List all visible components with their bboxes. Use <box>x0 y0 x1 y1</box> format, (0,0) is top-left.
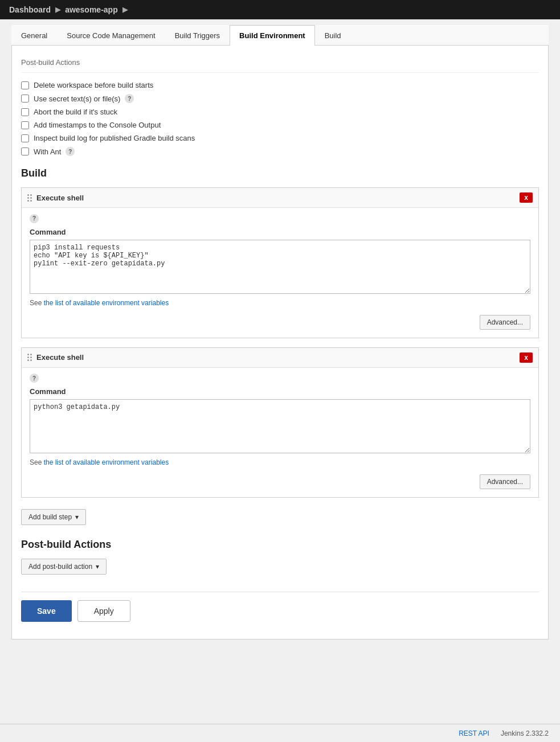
advanced-button-2[interactable]: Advanced... <box>480 474 530 489</box>
checkbox-label-4: Add timestamps to the Console Output <box>34 121 161 129</box>
build-step-2-title: Execute shell <box>36 353 84 362</box>
env-link-prefix-2: See <box>30 458 44 466</box>
checkbox-group: Delete workspace before build starts Use… <box>21 81 539 156</box>
delete-step-1-button[interactable]: x <box>520 192 533 203</box>
checkbox-label-3: Abort the build if it's stuck <box>34 108 117 116</box>
add-postbuild-arrow: ▾ <box>96 563 99 571</box>
topbar: Dashboard ▶ awesome-app ▶ <box>0 0 560 19</box>
add-build-step-label: Add build step <box>28 513 72 521</box>
post-build-section-title: Post-build Actions <box>21 539 539 551</box>
checkbox-row-1: Delete workspace before build starts <box>21 81 539 89</box>
checkbox-abort-stuck[interactable] <box>21 108 29 116</box>
tab-general[interactable]: General <box>11 25 57 46</box>
save-button[interactable]: Save <box>21 600 72 622</box>
advanced-row-2: Advanced... <box>30 474 530 489</box>
env-link-prefix-1: See <box>30 299 44 307</box>
delete-step-2-button[interactable]: x <box>520 352 533 363</box>
build-step-1: Execute shell x ? Command <span class="c… <box>21 187 539 338</box>
tab-build[interactable]: Build <box>315 25 351 46</box>
advanced-row-1: Advanced... <box>30 315 530 330</box>
build-step-2-help-row: ? <box>30 374 530 383</box>
build-step-2-title-area: Execute shell <box>27 353 84 362</box>
build-section-title: Build <box>21 167 539 179</box>
tab-source-code-management[interactable]: Source Code Management <box>57 25 165 46</box>
add-postbuild-action-button[interactable]: Add post-build action ▾ <box>21 559 107 575</box>
content-panel: Post-build Actions Delete workspace befo… <box>11 46 549 639</box>
add-build-step-arrow: ▾ <box>75 513 79 521</box>
build-step-1-header: Execute shell x <box>22 188 538 208</box>
tab-build-environment[interactable]: Build Environment <box>230 25 315 46</box>
build-step-2-header: Execute shell x <box>22 348 538 368</box>
tab-build-triggers[interactable]: Build Triggers <box>165 25 230 46</box>
checkbox-label-2: Use secret text(s) or file(s) <box>34 95 120 103</box>
checkbox-row-2: Use secret text(s) or file(s) ? <box>21 94 539 103</box>
help-icon-step-2[interactable]: ? <box>30 374 39 383</box>
add-build-step-button[interactable]: Add build step ▾ <box>21 509 86 525</box>
checkbox-label-1: Delete workspace before build starts <box>34 81 153 89</box>
help-icon-step-1[interactable]: ? <box>30 214 39 223</box>
build-step-2-body: ? Command python3 getapidata.py See the … <box>22 368 538 498</box>
checkbox-row-5: Inspect build log for published Gradle b… <box>21 134 539 142</box>
breadcrumb-arrow-2: ▶ <box>122 6 128 14</box>
main-content: General Source Code Management Build Tri… <box>0 19 560 645</box>
checkbox-label-6: With Ant <box>34 147 61 156</box>
build-step-1-body: ? Command <span class="code-normal">pip3… <box>22 208 538 338</box>
env-link-row-2: See the list of available environment va… <box>30 458 530 466</box>
env-vars-link-2[interactable]: the list of available environment variab… <box>44 458 169 466</box>
checkbox-row-6: With Ant ? <box>21 147 539 156</box>
command-textarea-1[interactable]: <span class="code-normal">pip3 install r… <box>30 240 530 294</box>
advanced-button-1[interactable]: Advanced... <box>480 315 530 330</box>
apply-button[interactable]: Apply <box>77 600 130 622</box>
build-step-2: Execute shell x ? Command python3 getapi… <box>21 347 539 498</box>
breadcrumb-arrow-1: ▶ <box>55 6 60 14</box>
checkbox-gradle[interactable] <box>21 134 29 142</box>
checkbox-timestamps[interactable] <box>21 121 29 129</box>
drag-handle-2[interactable] <box>27 354 32 361</box>
add-postbuild-label: Add post-build action <box>28 563 92 571</box>
command-textarea-2[interactable]: python3 getapidata.py <box>30 399 530 453</box>
tab-bar: General Source Code Management Build Tri… <box>11 25 549 46</box>
help-icon-secret[interactable]: ? <box>125 94 134 103</box>
checkbox-with-ant[interactable] <box>21 147 29 155</box>
jenkins-version: Jenkins 2.332.2 <box>501 729 549 737</box>
checkbox-secret-text[interactable] <box>21 95 29 103</box>
dashboard-link[interactable]: Dashboard <box>9 5 51 14</box>
command-label-2: Command <box>30 387 530 396</box>
env-vars-link-1[interactable]: the list of available environment variab… <box>44 299 169 307</box>
action-bar: Save Apply <box>21 592 539 630</box>
help-icon-ant[interactable]: ? <box>66 147 75 156</box>
build-step-1-help-row: ? <box>30 214 530 223</box>
env-link-row-1: See the list of available environment va… <box>30 299 530 307</box>
section-header-minor: Post-build Actions <box>21 55 539 73</box>
rest-api-link[interactable]: REST API <box>459 729 489 737</box>
checkbox-label-5: Inspect build log for published Gradle b… <box>34 134 195 142</box>
drag-handle-1[interactable] <box>27 194 32 202</box>
checkbox-row-4: Add timestamps to the Console Output <box>21 121 539 129</box>
checkbox-row-3: Abort the build if it's stuck <box>21 108 539 116</box>
command-label-1: Command <box>30 228 530 236</box>
app-name-link[interactable]: awesome-app <box>65 5 118 14</box>
build-step-1-title: Execute shell <box>36 194 84 202</box>
build-step-1-title-area: Execute shell <box>27 194 84 202</box>
checkbox-delete-workspace[interactable] <box>21 81 29 89</box>
footer-bar: REST API Jenkins 2.332.2 <box>0 724 560 742</box>
